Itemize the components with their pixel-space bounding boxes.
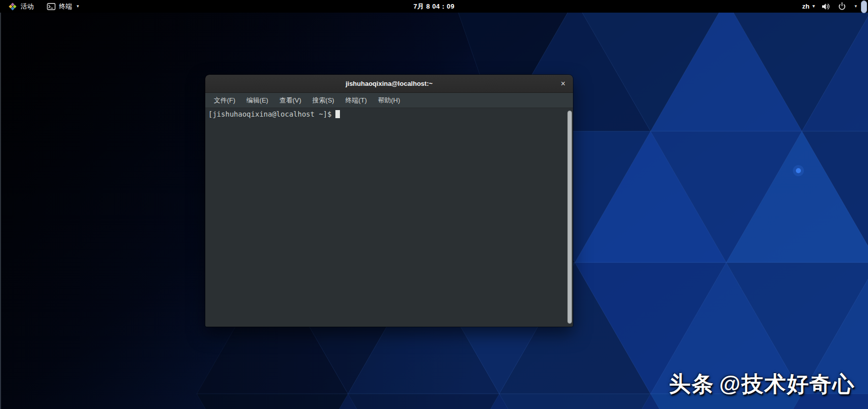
terminal-window: jishuhaoqixina@localhost:~ × 文件(F) 编辑(E)… <box>205 75 573 327</box>
menu-edit[interactable]: 编辑(E) <box>241 93 274 108</box>
activities-label: 活动 <box>21 2 34 11</box>
terminal-scrollbar[interactable] <box>567 111 572 324</box>
watermark: 头条@技术好奇心 <box>669 370 855 399</box>
close-icon[interactable]: × <box>561 80 565 88</box>
menu-file[interactable]: 文件(F) <box>208 93 241 108</box>
input-method-label: zh <box>802 3 809 10</box>
terminal-content[interactable]: [jishuhaoqixina@localhost ~]$ <box>205 108 573 327</box>
system-menu-caret[interactable]: ▾ <box>854 4 857 9</box>
input-method-indicator[interactable]: zh ▾ <box>802 0 815 13</box>
terminal-titlebar[interactable]: jishuhaoqixina@localhost:~ × <box>205 75 573 93</box>
watermark-handle: @技术好奇心 <box>719 372 855 396</box>
centos-logo-icon <box>8 2 17 11</box>
watermark-brand: 头条 <box>669 372 714 396</box>
terminal-icon <box>47 3 55 10</box>
screen-edge-line <box>0 12 1 409</box>
prompt-line: [jishuhaoqixina@localhost ~]$ <box>208 110 570 119</box>
menu-view[interactable]: 查看(V) <box>274 93 307 108</box>
top-bar: 活动 终端 ▾ 7月 8 04：09 zh ▾ <box>0 0 868 13</box>
menu-terminal[interactable]: 终端(T) <box>340 93 373 108</box>
terminal-menubar: 文件(F) 编辑(E) 查看(V) 搜索(S) 终端(T) 帮助(H) <box>205 93 573 108</box>
activities-button[interactable]: 活动 <box>8 0 34 13</box>
terminal-cursor <box>335 110 340 118</box>
shell-prompt: [jishuhaoqixina@localhost ~]$ <box>208 110 331 118</box>
app-menu-label: 终端 <box>59 2 72 11</box>
clock[interactable]: 7月 8 04：09 <box>414 0 455 13</box>
page-scrollbar-thumb[interactable] <box>861 1 867 13</box>
desktop: 活动 终端 ▾ 7月 8 04：09 zh ▾ <box>0 0 868 409</box>
power-icon[interactable] <box>838 2 846 11</box>
volume-icon[interactable] <box>822 3 831 11</box>
chevron-down-icon: ▾ <box>77 4 79 9</box>
chevron-down-icon: ▾ <box>813 4 815 9</box>
app-menu-terminal[interactable]: 终端 ▾ <box>47 0 79 13</box>
menu-help[interactable]: 帮助(H) <box>372 93 406 108</box>
menu-search[interactable]: 搜索(S) <box>307 93 339 108</box>
window-title: jishuhaoqixina@localhost:~ <box>345 80 433 87</box>
